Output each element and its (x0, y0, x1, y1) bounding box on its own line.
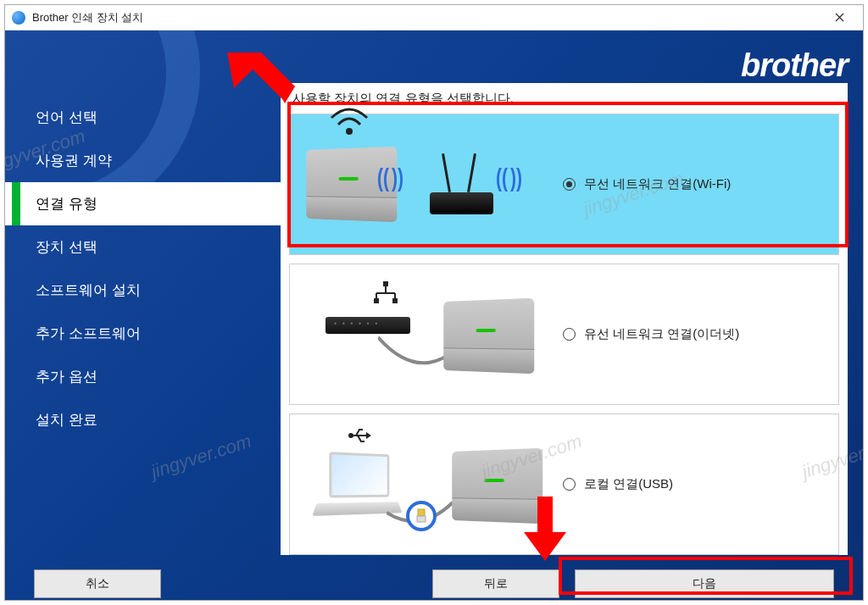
titlebar: Brother 인쇄 장치 설치 (5, 5, 863, 31)
signal-waves-icon: )) (510, 164, 522, 192)
svg-rect-11 (418, 509, 425, 516)
svg-rect-7 (392, 298, 398, 303)
next-button[interactable]: 다음 (575, 569, 834, 598)
svg-rect-6 (374, 298, 379, 303)
printer-icon (452, 448, 542, 525)
radio-wrap: 로컬 연결(USB) (546, 476, 828, 492)
svg-rect-12 (417, 516, 426, 522)
sidebar-item-additional-options: 추가 옵션 (5, 355, 281, 398)
sidebar-item-label: 장치 선택 (36, 239, 97, 255)
signal-waves-icon: )) (377, 164, 389, 192)
cancel-button[interactable]: 취소 (34, 569, 161, 598)
usb-plug-icon (406, 501, 437, 531)
sidebar-item-license: 사용권 계약 (5, 139, 281, 182)
radio-label: 유선 네트워크 연결(이더넷) (584, 326, 739, 342)
sidebar-item-label: 설치 완료 (36, 412, 97, 428)
sidebar-item-label: 언어 선택 (36, 109, 97, 125)
svg-rect-1 (383, 281, 388, 286)
radio-label: 무선 네트워크 연결(Wi-Fi) (584, 176, 731, 192)
switch-icon (326, 317, 410, 334)
content-area: brother 언어 선택 사용권 계약 연결 유형 장치 선택 소프트웨어 설… (5, 31, 863, 600)
svg-point-0 (346, 128, 353, 135)
radio-wifi[interactable] (563, 178, 576, 191)
app-icon (12, 11, 25, 25)
radio-wrap: 무선 네트워크 연결(Wi-Fi) (546, 176, 828, 192)
radio-usb[interactable] (563, 478, 576, 491)
brand-logo: brother (741, 47, 848, 84)
sidebar-item-label: 사용권 계약 (36, 153, 112, 169)
sidebar-item-label: 소프트웨어 설치 (36, 282, 141, 298)
back-button[interactable]: 뒤로 (432, 569, 559, 598)
sidebar-item-label: 연결 유형 (36, 196, 97, 212)
router-icon (421, 144, 502, 225)
illust-wifi: )) )) )) )) (300, 114, 546, 254)
wifi-signal-icon (328, 106, 370, 136)
main-panel: 사용할 장치의 연결 유형을 선택합니다. (281, 83, 848, 555)
radio-wrap: 유선 네트워크 연결(이더넷) (546, 326, 828, 342)
illust-usb (300, 414, 546, 554)
option-wifi[interactable]: )) )) )) )) 무선 네트워크 연결(Wi-Fi) (289, 114, 839, 255)
close-button[interactable] (822, 5, 856, 30)
ethernet-icon (373, 281, 398, 307)
radio-label: 로컬 연결(USB) (584, 476, 673, 492)
button-label: 뒤로 (484, 576, 508, 591)
button-label: 다음 (693, 576, 716, 591)
svg-marker-10 (366, 432, 371, 439)
sidebar-item-device: 장치 선택 (5, 225, 281, 269)
illust-ethernet (300, 264, 546, 404)
sidebar-item-software: 소프트웨어 설치 (5, 269, 281, 312)
sidebar-item-label: 추가 옵션 (36, 369, 97, 385)
window-title: Brother 인쇄 장치 설치 (32, 10, 822, 25)
sidebar-item-label: 추가 소프트웨어 (36, 325, 141, 341)
option-ethernet[interactable]: 유선 네트워크 연결(이더넷) (289, 264, 839, 405)
sidebar: 언어 선택 사용권 계약 연결 유형 장치 선택 소프트웨어 설치 추가 소프트… (5, 83, 281, 555)
footer: 취소 뒤로 다음 (5, 567, 863, 600)
signal-waves-icon: )) (392, 164, 403, 192)
sidebar-item-connection-type: 연결 유형 (5, 182, 281, 225)
radio-ethernet[interactable] (563, 328, 576, 341)
sidebar-item-additional-software: 추가 소프트웨어 (5, 312, 281, 355)
option-usb[interactable]: 로컬 연결(USB) (289, 414, 839, 555)
sidebar-item-language: 언어 선택 (5, 96, 281, 139)
button-label: 취소 (86, 576, 109, 591)
option-list: )) )) )) )) 무선 네트워크 연결(Wi-Fi) (281, 114, 848, 555)
printer-icon (443, 298, 534, 375)
signal-waves-icon: )) (496, 164, 508, 192)
close-icon (835, 13, 844, 22)
body-area: 언어 선택 사용권 계약 연결 유형 장치 선택 소프트웨어 설치 추가 소프트… (5, 83, 848, 555)
usb-symbol-icon (346, 423, 371, 452)
sidebar-item-finish: 설치 완료 (5, 398, 281, 441)
installer-window: Brother 인쇄 장치 설치 brother 언어 선택 사용권 계약 연결… (4, 4, 864, 601)
